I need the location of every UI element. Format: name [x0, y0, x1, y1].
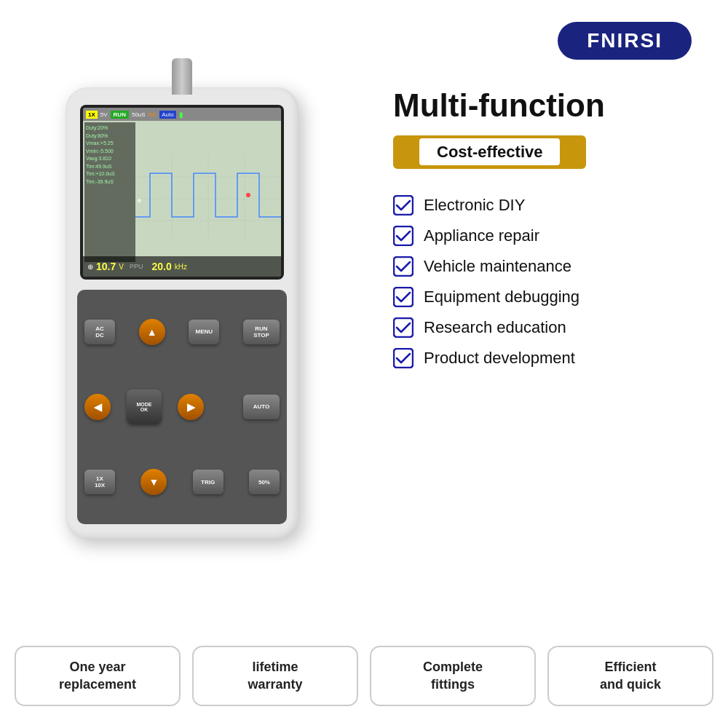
bottom-feature-1: lifetimewarranty	[192, 646, 358, 706]
check-icon	[393, 317, 414, 338]
voltage-indicator: 5V	[100, 111, 108, 118]
button-row-3: 1X10X ▼ TRIG 50%	[84, 449, 280, 515]
button-row-2: ◀ MODEOK ▶ AUTO	[84, 369, 280, 444]
bottom-features: One yearreplacementlifetimewarrantyCompl…	[15, 646, 713, 706]
1x-10x-button[interactable]: 1X10X	[84, 470, 115, 494]
brand-badge: FNIRSI	[558, 22, 692, 60]
button-row-1: ACDC ▲ MENU RUNSTOP	[84, 298, 280, 365]
mode-ok-button[interactable]: MODEOK	[127, 389, 162, 424]
cost-badge: Cost-effective	[393, 135, 586, 169]
run-stop-button[interactable]: RUNSTOP	[243, 320, 280, 344]
feature-item-2: Vehicle maintenance	[393, 256, 713, 277]
fifty-button[interactable]: 50%	[249, 470, 280, 494]
battery-indicator: ▮	[179, 111, 183, 119]
feature-item-4: Research education	[393, 317, 713, 338]
vpp-unit: V	[119, 263, 124, 271]
svg-point-12	[246, 193, 250, 197]
cost-label: Cost-effective	[419, 138, 560, 165]
screen-display: 1X 5V RUN 50uS DC Auto ▮ Duty:20% Duty:8…	[83, 108, 281, 277]
feature-label-5: Product development	[424, 349, 575, 368]
check-icon	[393, 256, 414, 277]
right-button[interactable]: ▶	[178, 394, 204, 420]
bottom-feature-2: Completefittings	[370, 646, 536, 706]
bottom-feature-0: One yearreplacement	[15, 646, 181, 706]
bottom-feature-text-3: Efficientand quick	[600, 660, 661, 691]
run-indicator: RUN	[111, 111, 129, 119]
plus-symbol: ⊕	[87, 263, 93, 271]
svg-text:⊕: ⊕	[137, 197, 142, 204]
brand-name: FNIRSI	[587, 29, 662, 52]
device-container: 1X 5V RUN 50uS DC Auto ▮ Duty:20% Duty:8…	[22, 58, 371, 568]
freq-unit: kHz	[175, 263, 187, 271]
right-panel: Multi-function Cost-effective Electronic…	[393, 87, 713, 379]
up-button[interactable]: ▲	[139, 319, 165, 345]
waveform-area: ⊕	[135, 121, 281, 277]
device-body: 1X 5V RUN 50uS DC Auto ▮ Duty:20% Duty:8…	[66, 87, 298, 539]
feature-label-3: Equipment debugging	[424, 288, 579, 306]
ac-dc-button[interactable]: ACDC	[84, 320, 115, 344]
feature-item-5: Product development	[393, 348, 713, 368]
freq-value: 20.0	[151, 261, 171, 272]
screen-bottom-display: ⊕ 10.7 V PPU 20.0 kHz	[83, 256, 281, 277]
menu-button[interactable]: MENU	[189, 320, 219, 344]
check-icon	[393, 348, 414, 368]
time-indicator: 50uS	[132, 111, 146, 118]
check-icon	[393, 226, 414, 246]
feature-label-4: Research education	[424, 318, 566, 337]
channel-indicator: 1X	[86, 111, 98, 119]
bottom-feature-text-0: One yearreplacement	[59, 660, 136, 691]
feature-label-0: Electronic DIY	[424, 196, 525, 215]
feature-label-2: Vehicle maintenance	[424, 257, 571, 276]
feature-item-1: Appliance repair	[393, 226, 713, 246]
bottom-feature-3: Efficientand quick	[547, 646, 713, 706]
bottom-feature-text-1: lifetimewarranty	[248, 660, 302, 691]
vpp-value: 10.7	[96, 261, 116, 272]
screen-topbar: 1X 5V RUN 50uS DC Auto ▮	[83, 108, 281, 121]
dc-indicator: DC	[149, 111, 157, 118]
features-list: Electronic DIY Appliance repair Vehicle …	[393, 195, 713, 368]
antenna-connector	[172, 58, 192, 95]
feature-label-1: Appliance repair	[424, 226, 539, 245]
down-button[interactable]: ▼	[141, 469, 167, 495]
auto-button[interactable]: AUTO	[243, 395, 280, 419]
screen-frame: 1X 5V RUN 50uS DC Auto ▮ Duty:20% Duty:8…	[80, 105, 284, 280]
bottom-feature-text-2: Completefittings	[423, 660, 483, 691]
check-icon	[393, 287, 414, 307]
main-title: Multi-function	[393, 87, 713, 124]
left-button[interactable]: ◀	[84, 394, 111, 420]
feature-item-3: Equipment debugging	[393, 287, 713, 307]
feature-item-0: Electronic DIY	[393, 195, 713, 215]
buttons-area: ACDC ▲ MENU RUNSTOP ◀ MODEOK ▶ AUTO 1X10…	[77, 290, 287, 524]
screen-params: Duty:20% Duty:80% Vmax:+5.25 Vmin:-5.500…	[84, 122, 135, 262]
check-icon	[393, 195, 414, 215]
auto-indicator: Auto	[159, 111, 175, 119]
trig-button[interactable]: TRIG	[193, 470, 223, 494]
